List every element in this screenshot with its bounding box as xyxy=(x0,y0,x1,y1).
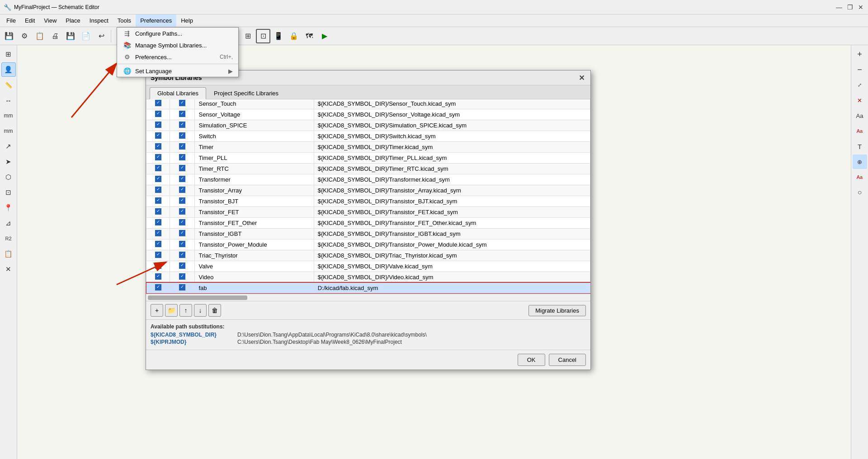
row-active-15[interactable] xyxy=(146,250,170,261)
menu-inspect[interactable]: Inspect xyxy=(85,14,113,27)
cancel-button[interactable]: Cancel xyxy=(549,354,586,366)
active-checkbox[interactable] xyxy=(155,252,161,258)
row-active-6[interactable] xyxy=(146,153,170,164)
active-checkbox[interactable] xyxy=(155,230,161,236)
tab-global-libraries[interactable]: Global Libraries xyxy=(150,87,206,99)
visible-checkbox[interactable] xyxy=(179,252,185,258)
visible-checkbox[interactable] xyxy=(179,187,185,193)
visible-checkbox[interactable] xyxy=(179,230,185,236)
rs-fit[interactable]: ⤢ xyxy=(853,78,867,92)
row-active-10[interactable] xyxy=(146,196,170,207)
row-visible-18[interactable] xyxy=(170,283,195,294)
sb-align[interactable]: ↔ xyxy=(1,93,16,108)
horizontal-scrollbar[interactable] xyxy=(146,294,590,301)
rs-add-sym[interactable]: ⊕ xyxy=(853,155,867,169)
visible-checkbox[interactable] xyxy=(179,262,185,269)
table-row[interactable]: Transistor_Array${KICAD8_SYMBOL_DIR}/Tra… xyxy=(146,185,590,196)
move-up-button[interactable]: ↑ xyxy=(179,304,192,317)
sb-add-hier[interactable]: ⊿ xyxy=(1,216,16,230)
dialog-close-button[interactable]: ✕ xyxy=(577,73,586,82)
active-checkbox[interactable] xyxy=(155,273,161,280)
row-visible-11[interactable] xyxy=(170,207,195,218)
rs-t[interactable]: T xyxy=(853,139,867,154)
visible-checkbox[interactable] xyxy=(179,132,185,139)
rs-text[interactable]: Aa xyxy=(853,108,867,123)
table-row[interactable]: Transistor_FET_Other${KICAD8_SYMBOL_DIR}… xyxy=(146,218,590,229)
sb-delete[interactable]: ✕ xyxy=(1,262,16,276)
row-active-7[interactable] xyxy=(146,164,170,174)
visible-checkbox[interactable] xyxy=(179,111,185,117)
minimize-button[interactable]: — xyxy=(835,4,843,11)
active-checkbox[interactable] xyxy=(155,143,161,150)
table-row[interactable]: Timer_PLL${KICAD8_SYMBOL_DIR}/Timer_PLL.… xyxy=(146,153,590,164)
tb-netlist[interactable]: 📱 xyxy=(271,29,286,43)
sb-add-power[interactable]: ⬡ xyxy=(1,170,16,184)
sb-wire[interactable]: mm xyxy=(1,124,16,138)
table-row[interactable]: Transistor_FET${KICAD8_SYMBOL_DIR}/Trans… xyxy=(146,207,590,218)
visible-checkbox[interactable] xyxy=(179,122,185,128)
tb-print[interactable]: 🖨 xyxy=(48,29,62,43)
active-checkbox[interactable] xyxy=(155,111,161,117)
active-checkbox[interactable] xyxy=(155,262,161,269)
table-row[interactable]: Transformer${KICAD8_SYMBOL_DIR}/Transfor… xyxy=(146,174,590,185)
rs-zoom-out[interactable]: − xyxy=(853,62,867,77)
table-row[interactable]: fabD:/kicad/fab.kicad_sym xyxy=(146,283,590,294)
row-active-1[interactable] xyxy=(146,99,170,109)
active-checkbox[interactable] xyxy=(155,219,161,225)
active-checkbox[interactable] xyxy=(155,197,161,204)
row-visible-2[interactable] xyxy=(170,109,195,120)
tb-settings[interactable]: ⚙ xyxy=(17,29,32,43)
tb-grid2[interactable]: ⊡ xyxy=(256,29,270,43)
active-checkbox[interactable] xyxy=(155,154,161,160)
table-row[interactable]: Sensor_Voltage${KICAD8_SYMBOL_DIR}/Senso… xyxy=(146,109,590,120)
tb-save[interactable]: 💾 xyxy=(2,29,16,43)
active-checkbox[interactable] xyxy=(155,176,161,182)
active-checkbox[interactable] xyxy=(155,187,161,193)
row-active-5[interactable] xyxy=(146,142,170,153)
row-visible-4[interactable] xyxy=(170,131,195,142)
sb-no-connect[interactable]: ⊡ xyxy=(1,185,16,200)
menu-file[interactable]: File xyxy=(2,14,20,27)
visible-checkbox[interactable] xyxy=(179,143,185,150)
sb-add-comp[interactable]: ➤ xyxy=(1,155,16,169)
migrate-libraries-button[interactable]: Migrate Libraries xyxy=(528,305,586,316)
ok-button[interactable]: OK xyxy=(518,354,545,366)
close-button[interactable]: ✕ xyxy=(857,4,864,11)
sb-assign-ref[interactable]: R2 xyxy=(1,231,16,246)
tb-undo[interactable]: ↩ xyxy=(94,29,108,43)
visible-checkbox[interactable] xyxy=(179,241,185,247)
row-visible-1[interactable] xyxy=(170,99,195,109)
table-scroll-container[interactable]: Active Visible Nickname Library Path Sen… xyxy=(146,99,590,294)
menu-tools[interactable]: Tools xyxy=(113,14,136,27)
row-active-17[interactable] xyxy=(146,272,170,283)
table-row[interactable]: Transistor_Power_Module${KICAD8_SYMBOL_D… xyxy=(146,239,590,250)
table-row[interactable]: Switch${KICAD8_SYMBOL_DIR}/Switch.kicad_… xyxy=(146,131,590,142)
browse-library-button[interactable]: 📁 xyxy=(165,304,178,317)
tb-copy[interactable]: 📋 xyxy=(33,29,47,43)
dropdown-preferences[interactable]: ⚙ Preferences... Ctrl+, xyxy=(117,51,238,63)
menu-place[interactable]: Place xyxy=(61,14,85,27)
visible-checkbox[interactable] xyxy=(179,197,185,204)
tb-map[interactable]: 🗺 xyxy=(302,29,316,43)
table-row[interactable]: Timer_RTC${KICAD8_SYMBOL_DIR}/Timer_RTC.… xyxy=(146,164,590,174)
sb-copy-ref[interactable]: 📋 xyxy=(1,247,16,261)
dropdown-manage-libraries[interactable]: 📚 Manage Symbol Libraries... xyxy=(117,39,238,51)
active-checkbox[interactable] xyxy=(155,284,161,290)
row-visible-14[interactable] xyxy=(170,239,195,250)
move-down-button[interactable]: ↓ xyxy=(194,304,207,317)
dropdown-set-language[interactable]: 🌐 Set Language ▶ xyxy=(117,65,238,77)
row-visible-16[interactable] xyxy=(170,261,195,272)
active-checkbox[interactable] xyxy=(155,100,161,106)
sb-measure[interactable]: 📏 xyxy=(1,78,16,92)
tab-project-libraries[interactable]: Project Specific Libraries xyxy=(206,87,286,99)
row-visible-5[interactable] xyxy=(170,142,195,153)
visible-checkbox[interactable] xyxy=(179,176,185,182)
rs-circle[interactable]: ○ xyxy=(853,185,867,200)
tb-doc[interactable]: 📄 xyxy=(79,29,93,43)
table-row[interactable]: Transistor_IGBT${KICAD8_SYMBOL_DIR}/Tran… xyxy=(146,229,590,239)
row-active-11[interactable] xyxy=(146,207,170,218)
menu-view[interactable]: View xyxy=(39,14,61,27)
tb-lock[interactable]: 🔒 xyxy=(287,29,301,43)
visible-checkbox[interactable] xyxy=(179,100,185,106)
visible-checkbox[interactable] xyxy=(179,219,185,225)
